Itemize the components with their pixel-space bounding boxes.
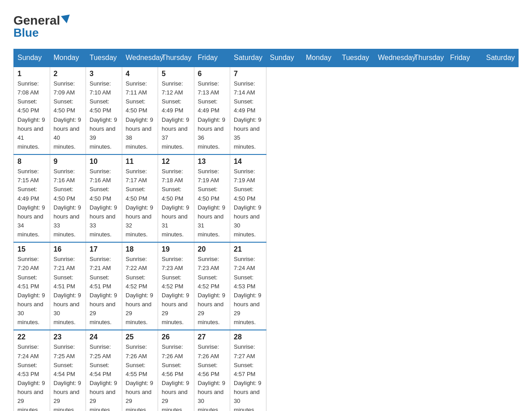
calendar-cell: 4 Sunrise: 7:11 AMSunset: 4:50 PMDayligh… — [122, 67, 158, 154]
day-info: Sunrise: 7:17 AMSunset: 4:50 PMDaylight:… — [126, 167, 154, 239]
day-number: 11 — [126, 158, 154, 166]
column-header-sunday: Sunday — [14, 49, 50, 67]
day-number: 14 — [234, 158, 262, 166]
day-info: Sunrise: 7:08 AMSunset: 4:50 PMDaylight:… — [17, 79, 46, 151]
calendar-cell: 14 Sunrise: 7:19 AMSunset: 4:50 PMDaylig… — [230, 154, 266, 242]
calendar-cell: 28 Sunrise: 7:27 AMSunset: 4:57 PMDaylig… — [230, 330, 266, 411]
day-number: 4 — [126, 70, 154, 78]
column-header-sunday: Sunday — [266, 49, 302, 67]
calendar-cell: 21 Sunrise: 7:24 AMSunset: 4:53 PMDaylig… — [230, 242, 266, 330]
calendar-cell: 10 Sunrise: 7:16 AMSunset: 4:50 PMDaylig… — [86, 154, 122, 242]
day-info: Sunrise: 7:10 AMSunset: 4:50 PMDaylight:… — [90, 79, 118, 151]
day-number: 12 — [162, 158, 190, 166]
day-info: Sunrise: 7:18 AMSunset: 4:50 PMDaylight:… — [162, 167, 190, 239]
day-number: 16 — [54, 245, 82, 253]
day-number: 27 — [198, 333, 227, 341]
day-number: 17 — [90, 245, 118, 253]
calendar-cell: 17 Sunrise: 7:21 AMSunset: 4:51 PMDaylig… — [86, 242, 122, 330]
day-number: 25 — [126, 333, 154, 341]
calendar-cell: 16 Sunrise: 7:21 AMSunset: 4:51 PMDaylig… — [50, 242, 86, 330]
calendar-cell: 25 Sunrise: 7:26 AMSunset: 4:55 PMDaylig… — [122, 330, 158, 411]
day-number: 21 — [234, 245, 262, 253]
day-number: 7 — [234, 70, 262, 78]
day-info: Sunrise: 7:24 AMSunset: 4:53 PMDaylight:… — [234, 255, 262, 327]
day-number: 9 — [54, 158, 82, 166]
day-number: 10 — [90, 158, 118, 166]
column-header-tuesday: Tuesday — [86, 49, 122, 67]
day-number: 23 — [54, 333, 82, 341]
calendar-cell: 7 Sunrise: 7:14 AMSunset: 4:49 PMDayligh… — [230, 67, 266, 154]
day-number: 15 — [17, 245, 46, 253]
calendar-cell: 24 Sunrise: 7:25 AMSunset: 4:54 PMDaylig… — [86, 330, 122, 411]
day-info: Sunrise: 7:23 AMSunset: 4:52 PMDaylight:… — [198, 255, 227, 327]
day-number: 22 — [17, 333, 46, 341]
calendar-cell: 22 Sunrise: 7:24 AMSunset: 4:53 PMDaylig… — [14, 330, 50, 411]
day-info: Sunrise: 7:24 AMSunset: 4:53 PMDaylight:… — [17, 342, 46, 411]
day-number: 3 — [90, 70, 118, 78]
calendar-cell: 9 Sunrise: 7:16 AMSunset: 4:50 PMDayligh… — [50, 154, 86, 242]
column-header-saturday: Saturday — [230, 49, 266, 67]
column-header-thursday: Thursday — [410, 49, 446, 67]
day-number: 28 — [234, 333, 262, 341]
day-info: Sunrise: 7:25 AMSunset: 4:54 PMDaylight:… — [54, 342, 82, 411]
column-header-wednesday: Wednesday — [374, 49, 411, 67]
calendar-cell: 20 Sunrise: 7:23 AMSunset: 4:52 PMDaylig… — [194, 242, 230, 330]
calendar-week-row: 15 Sunrise: 7:20 AMSunset: 4:51 PMDaylig… — [14, 242, 519, 330]
calendar-cell: 26 Sunrise: 7:26 AMSunset: 4:56 PMDaylig… — [158, 330, 194, 411]
day-info: Sunrise: 7:12 AMSunset: 4:49 PMDaylight:… — [162, 79, 190, 151]
day-info: Sunrise: 7:26 AMSunset: 4:56 PMDaylight:… — [162, 342, 190, 411]
logo-blue-label: Blue — [13, 26, 39, 40]
calendar-cell: 8 Sunrise: 7:15 AMSunset: 4:49 PMDayligh… — [14, 154, 50, 242]
calendar-cell: 1 Sunrise: 7:08 AMSunset: 4:50 PMDayligh… — [14, 67, 50, 154]
calendar-week-row: 22 Sunrise: 7:24 AMSunset: 4:53 PMDaylig… — [14, 330, 519, 411]
column-header-saturday: Saturday — [482, 49, 519, 67]
day-info: Sunrise: 7:14 AMSunset: 4:49 PMDaylight:… — [234, 79, 262, 151]
day-number: 18 — [126, 245, 154, 253]
day-info: Sunrise: 7:11 AMSunset: 4:50 PMDaylight:… — [126, 79, 154, 151]
calendar-cell: 19 Sunrise: 7:23 AMSunset: 4:52 PMDaylig… — [158, 242, 194, 330]
calendar-week-row: 8 Sunrise: 7:15 AMSunset: 4:49 PMDayligh… — [14, 154, 519, 242]
column-header-monday: Monday — [50, 49, 86, 67]
day-number: 6 — [198, 70, 227, 78]
logo-chevron-icon — [61, 14, 71, 24]
logo: General Blue — [13, 13, 71, 40]
column-header-friday: Friday — [446, 49, 483, 67]
calendar-cell: 2 Sunrise: 7:09 AMSunset: 4:50 PMDayligh… — [50, 67, 86, 154]
day-info: Sunrise: 7:19 AMSunset: 4:50 PMDaylight:… — [234, 167, 262, 239]
calendar-cell: 18 Sunrise: 7:22 AMSunset: 4:52 PMDaylig… — [122, 242, 158, 330]
calendar-cell: 27 Sunrise: 7:26 AMSunset: 4:56 PMDaylig… — [194, 330, 230, 411]
day-number: 20 — [198, 245, 227, 253]
column-header-monday: Monday — [302, 49, 339, 67]
day-number: 8 — [17, 158, 46, 166]
column-header-thursday: Thursday — [158, 49, 194, 67]
day-number: 2 — [54, 70, 82, 78]
page-header: General Blue — [13, 9, 519, 40]
day-number: 1 — [17, 70, 46, 78]
calendar-cell: 5 Sunrise: 7:12 AMSunset: 4:49 PMDayligh… — [158, 67, 194, 154]
day-info: Sunrise: 7:16 AMSunset: 4:50 PMDaylight:… — [90, 167, 118, 239]
calendar-header-row: SundayMondayTuesdayWednesdayThursdayFrid… — [14, 49, 519, 67]
day-number: 24 — [90, 333, 118, 341]
calendar-cell: 13 Sunrise: 7:19 AMSunset: 4:50 PMDaylig… — [194, 154, 230, 242]
calendar-cell: 23 Sunrise: 7:25 AMSunset: 4:54 PMDaylig… — [50, 330, 86, 411]
day-info: Sunrise: 7:15 AMSunset: 4:49 PMDaylight:… — [17, 167, 46, 239]
calendar-table: SundayMondayTuesdayWednesdayThursdayFrid… — [13, 49, 519, 411]
day-info: Sunrise: 7:21 AMSunset: 4:51 PMDaylight:… — [90, 255, 118, 327]
column-header-friday: Friday — [194, 49, 230, 67]
calendar-cell: 11 Sunrise: 7:17 AMSunset: 4:50 PMDaylig… — [122, 154, 158, 242]
calendar-cell: 15 Sunrise: 7:20 AMSunset: 4:51 PMDaylig… — [14, 242, 50, 330]
day-info: Sunrise: 7:26 AMSunset: 4:55 PMDaylight:… — [126, 342, 154, 411]
calendar-week-row: 1 Sunrise: 7:08 AMSunset: 4:50 PMDayligh… — [14, 67, 519, 154]
column-header-wednesday: Wednesday — [122, 49, 158, 67]
column-header-tuesday: Tuesday — [338, 49, 374, 67]
day-number: 5 — [162, 70, 190, 78]
calendar-cell: 12 Sunrise: 7:18 AMSunset: 4:50 PMDaylig… — [158, 154, 194, 242]
day-info: Sunrise: 7:20 AMSunset: 4:51 PMDaylight:… — [17, 255, 46, 327]
day-info: Sunrise: 7:22 AMSunset: 4:52 PMDaylight:… — [126, 255, 154, 327]
day-info: Sunrise: 7:21 AMSunset: 4:51 PMDaylight:… — [54, 255, 82, 327]
day-number: 13 — [198, 158, 227, 166]
day-info: Sunrise: 7:16 AMSunset: 4:50 PMDaylight:… — [54, 167, 82, 239]
calendar-cell: 6 Sunrise: 7:13 AMSunset: 4:49 PMDayligh… — [194, 67, 230, 154]
day-info: Sunrise: 7:09 AMSunset: 4:50 PMDaylight:… — [54, 79, 82, 151]
day-info: Sunrise: 7:13 AMSunset: 4:49 PMDaylight:… — [198, 79, 227, 151]
